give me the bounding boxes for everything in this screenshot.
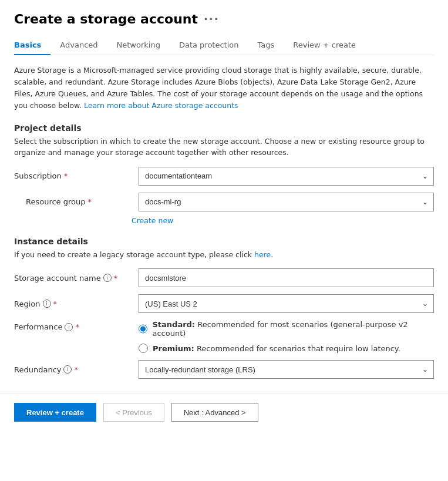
resource-group-control: docs-ml-rg ⌄ xyxy=(139,193,434,211)
subscription-label: Subscription * xyxy=(14,171,132,180)
footer: Review + create < Previous Next : Advanc… xyxy=(0,393,448,431)
region-row: Region i * (US) East US 2 ⌄ xyxy=(14,294,434,313)
legacy-type-link[interactable]: here xyxy=(254,250,271,259)
performance-info-icon[interactable]: i xyxy=(65,323,73,331)
region-select-wrapper: (US) East US 2 ⌄ xyxy=(139,294,434,313)
redundancy-select-wrapper: Locally-redundant storage (LRS) ⌄ xyxy=(139,360,434,379)
description-link[interactable]: Learn more about Azure storage accounts xyxy=(84,101,238,110)
storage-account-info-icon[interactable]: i xyxy=(103,274,112,282)
project-details-title: Project details xyxy=(14,123,434,133)
region-label: Region i * xyxy=(14,300,132,308)
tab-data-protection[interactable]: Data protection xyxy=(170,36,248,55)
create-new-link[interactable]: Create new xyxy=(132,216,434,225)
performance-row: Performance i * Standard: Recommended fo… xyxy=(14,320,434,353)
storage-account-name-row: Storage account name i * xyxy=(14,268,434,287)
performance-premium-option[interactable]: Premium: Recommended for scenarios that … xyxy=(139,344,434,353)
resource-group-row: Resource group * docs-ml-rg ⌄ xyxy=(14,193,434,211)
performance-standard-radio[interactable] xyxy=(139,324,147,334)
resource-group-select-wrapper: docs-ml-rg ⌄ xyxy=(139,193,434,211)
redundancy-control: Locally-redundant storage (LRS) ⌄ xyxy=(139,360,434,379)
resource-group-label: Resource group * xyxy=(14,197,132,206)
storage-account-name-control xyxy=(139,268,434,287)
page-title-dots[interactable]: ··· xyxy=(204,13,220,25)
redundancy-row: Redundancy i * Locally-redundant storage… xyxy=(14,360,434,379)
performance-radio-group: Standard: Recommended for most scenarios… xyxy=(139,320,434,353)
description-block: Azure Storage is a Microsoft-managed ser… xyxy=(14,65,434,112)
region-control: (US) East US 2 ⌄ xyxy=(139,294,434,313)
subscription-row: Subscription * documentationteam ⌄ xyxy=(14,167,434,186)
next-button[interactable]: Next : Advanced > xyxy=(171,403,258,422)
region-select[interactable]: (US) East US 2 xyxy=(139,294,434,313)
redundancy-select[interactable]: Locally-redundant storage (LRS) xyxy=(139,360,434,379)
storage-account-name-input[interactable] xyxy=(139,268,434,287)
performance-control: Standard: Recommended for most scenarios… xyxy=(139,320,434,353)
performance-standard-label: Standard: Recommended for most scenarios… xyxy=(152,320,434,338)
tab-networking[interactable]: Networking xyxy=(107,36,170,55)
redundancy-info-icon[interactable]: i xyxy=(63,365,72,374)
tab-advanced[interactable]: Advanced xyxy=(50,36,107,55)
performance-premium-label: Premium: Recommended for scenarios that … xyxy=(153,344,400,353)
instance-details-title: Instance details xyxy=(14,237,434,246)
tabs-bar: Basics Advanced Networking Data protecti… xyxy=(14,36,434,55)
performance-standard-option[interactable]: Standard: Recommended for most scenarios… xyxy=(139,320,434,338)
performance-label: Performance i * xyxy=(14,320,132,331)
subscription-select-wrapper: documentationteam ⌄ xyxy=(139,167,434,186)
tab-tags[interactable]: Tags xyxy=(248,36,284,55)
subscription-select[interactable]: documentationteam xyxy=(139,167,434,186)
tab-basics[interactable]: Basics xyxy=(14,36,50,55)
performance-premium-radio[interactable] xyxy=(139,344,148,353)
review-create-button[interactable]: Review + create xyxy=(14,403,96,422)
resource-group-select[interactable]: docs-ml-rg xyxy=(139,193,434,211)
page-title: Create a storage account ··· xyxy=(14,12,434,26)
subscription-control: documentationteam ⌄ xyxy=(139,167,434,186)
project-details-desc: Select the subscription in which to crea… xyxy=(14,136,434,159)
redundancy-label: Redundancy i * xyxy=(14,365,132,374)
instance-details-desc: If you need to create a legacy storage a… xyxy=(14,250,434,261)
previous-button[interactable]: < Previous xyxy=(103,403,164,422)
storage-account-name-label: Storage account name i * xyxy=(14,274,132,282)
page-title-text: Create a storage account xyxy=(14,12,198,26)
tab-review-create[interactable]: Review + create xyxy=(284,36,365,55)
region-info-icon[interactable]: i xyxy=(43,300,51,308)
